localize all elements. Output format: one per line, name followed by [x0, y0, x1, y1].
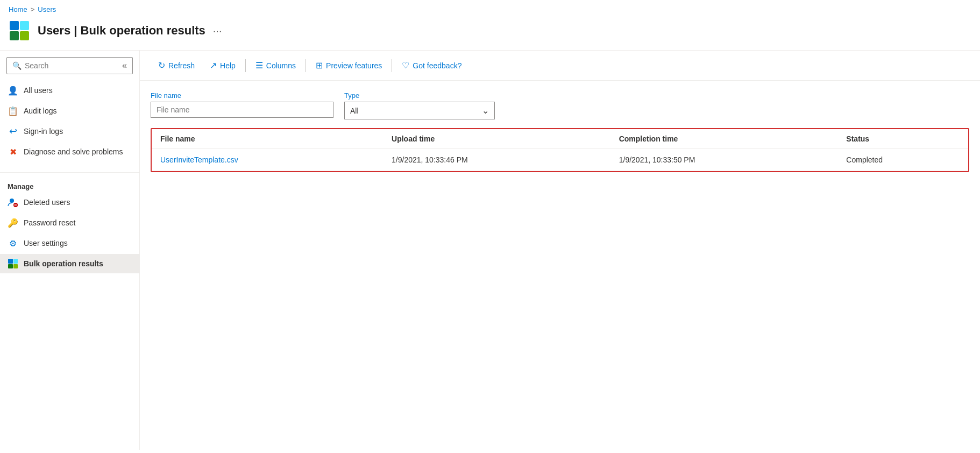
bulk-icon: [8, 258, 18, 269]
filter-filename: File name: [151, 91, 333, 119]
main-layout: 🔍 « 👤 All users 📋 Audit logs ↩ Sign-in l…: [0, 51, 980, 450]
breadcrumb: Home > Users: [0, 0, 980, 16]
toolbar-separator-3: [392, 59, 392, 72]
toolbar: ↻ Refresh ↗ Help ☰ Columns ⊞ Preview fea…: [140, 51, 980, 81]
sidebar-item-label-all-users: All users: [24, 86, 53, 95]
table-body: UserInviteTemplate.csv 1/9/2021, 10:33:4…: [152, 149, 968, 171]
refresh-icon: ↻: [158, 60, 165, 70]
help-icon: ↗: [210, 60, 217, 70]
search-icon: 🔍: [12, 61, 22, 70]
filter-type-select[interactable]: All ⌄: [344, 102, 495, 119]
cell-status: Completed: [837, 149, 968, 171]
toolbar-separator-2: [306, 59, 306, 72]
sidebar-item-all-users[interactable]: 👤 All users: [0, 81, 139, 100]
sidebar-item-password-reset[interactable]: 🔑 Password reset: [0, 213, 139, 232]
cell-upload-time: 1/9/2021, 10:33:46 PM: [383, 149, 610, 171]
sidebar-item-label-bulk-operation: Bulk operation results: [24, 259, 103, 268]
logo-cube-tl: [10, 21, 19, 30]
refresh-label: Refresh: [168, 61, 195, 70]
deleted-users-icon: [8, 197, 18, 208]
page-header: Users | Bulk operation results ···: [0, 16, 980, 51]
content-area: File name Type All ⌄ File name: [140, 81, 980, 183]
sidebar-item-user-settings[interactable]: ⚙ User settings: [0, 233, 139, 253]
app-logo: [9, 20, 30, 41]
logo-cube-tr: [20, 21, 29, 30]
col-header-status: Status: [837, 129, 968, 149]
results-table: File name Upload time Completion time St…: [152, 129, 968, 171]
columns-label: Columns: [266, 61, 296, 70]
user-icon: 👤: [8, 85, 18, 96]
cell-filename[interactable]: UserInviteTemplate.csv: [152, 149, 383, 171]
sidebar-item-diagnose[interactable]: ✖ Diagnose and solve problems: [0, 142, 139, 161]
password-icon: 🔑: [8, 217, 18, 228]
filter-filename-label: File name: [151, 91, 333, 100]
table-row: UserInviteTemplate.csv 1/9/2021, 10:33:4…: [152, 149, 968, 171]
help-label: Help: [220, 61, 236, 70]
breadcrumb-home[interactable]: Home: [9, 5, 27, 13]
sidebar-item-bulk-operation[interactable]: Bulk operation results: [0, 254, 139, 273]
sidebar-search-container: 🔍 «: [0, 57, 139, 81]
sidebar-nav-manage: Deleted users 🔑 Password reset ⚙ User se…: [0, 193, 139, 280]
table-header-row: File name Upload time Completion time St…: [152, 129, 968, 149]
azure-logo-icon: [10, 21, 29, 40]
col-header-completion-time: Completion time: [610, 129, 838, 149]
breadcrumb-separator: >: [31, 5, 35, 13]
filter-type-label: Type: [344, 91, 495, 100]
sidebar-item-deleted-users[interactable]: Deleted users: [0, 193, 139, 212]
chevron-down-icon: ⌄: [482, 105, 489, 116]
help-button[interactable]: ↗ Help: [202, 57, 243, 74]
sidebar-nav-primary: 👤 All users 📋 Audit logs ↩ Sign-in logs …: [0, 81, 139, 168]
col-header-upload-time: Upload time: [383, 129, 610, 149]
page-title: Users | Bulk operation results: [38, 24, 205, 38]
preview-features-button[interactable]: ⊞ Preview features: [308, 57, 389, 74]
sidebar-item-label-password-reset: Password reset: [24, 218, 75, 227]
diagnose-icon: ✖: [8, 146, 18, 157]
feedback-icon: ♡: [402, 60, 409, 70]
feedback-label: Got feedback?: [413, 61, 461, 70]
sidebar-item-audit-logs[interactable]: 📋 Audit logs: [0, 101, 139, 121]
col-header-filename: File name: [152, 129, 383, 149]
search-box[interactable]: 🔍 «: [6, 57, 133, 74]
main-content: ↻ Refresh ↗ Help ☰ Columns ⊞ Preview fea…: [140, 51, 980, 450]
more-options-button[interactable]: ···: [213, 25, 222, 37]
collapse-sidebar-button[interactable]: «: [122, 61, 127, 70]
preview-icon: ⊞: [316, 60, 323, 70]
toolbar-separator-1: [245, 59, 246, 72]
cell-completion-time: 1/9/2021, 10:33:50 PM: [610, 149, 838, 171]
columns-button[interactable]: ☰ Columns: [248, 57, 303, 74]
table-header: File name Upload time Completion time St…: [152, 129, 968, 149]
breadcrumb-users[interactable]: Users: [38, 5, 56, 13]
sidebar: 🔍 « 👤 All users 📋 Audit logs ↩ Sign-in l…: [0, 51, 140, 450]
logo-cube-br: [20, 31, 29, 40]
feedback-button[interactable]: ♡ Got feedback?: [394, 57, 469, 74]
sidebar-section-manage: Manage: [0, 177, 139, 193]
sidebar-item-label-signin-logs: Sign-in logs: [24, 127, 63, 136]
filter-filename-input[interactable]: [151, 102, 333, 118]
logo-cube-bl: [10, 31, 19, 40]
preview-label: Preview features: [326, 61, 382, 70]
sidebar-item-label-deleted-users: Deleted users: [24, 198, 70, 207]
sidebar-item-label-audit-logs: Audit logs: [24, 107, 56, 115]
results-table-container: File name Upload time Completion time St…: [151, 128, 969, 172]
sidebar-divider: [0, 172, 139, 173]
search-input[interactable]: [25, 61, 119, 70]
settings-icon: ⚙: [8, 238, 18, 249]
sidebar-item-label-user-settings: User settings: [24, 239, 68, 247]
filter-type: Type All ⌄: [344, 91, 495, 119]
file-link[interactable]: UserInviteTemplate.csv: [160, 155, 238, 164]
filter-type-value: All: [350, 107, 359, 115]
sidebar-item-label-diagnose: Diagnose and solve problems: [24, 147, 123, 156]
sidebar-item-signin-logs[interactable]: ↩ Sign-in logs: [0, 122, 139, 141]
filters: File name Type All ⌄: [151, 91, 969, 119]
columns-icon: ☰: [255, 60, 263, 70]
svg-point-0: [10, 199, 14, 203]
signin-icon: ↩: [8, 126, 18, 137]
audit-icon: 📋: [8, 105, 18, 116]
refresh-button[interactable]: ↻ Refresh: [151, 57, 202, 74]
